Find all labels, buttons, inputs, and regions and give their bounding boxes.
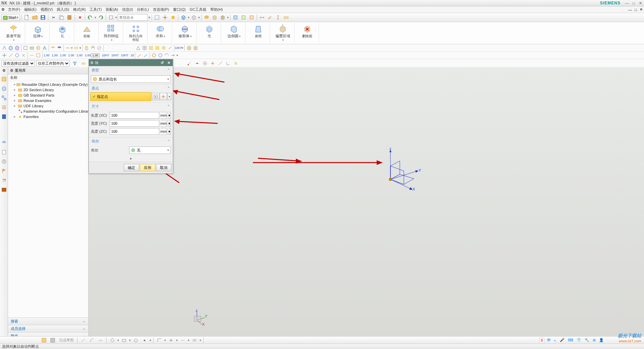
delete-icon[interactable]: ✕ — [76, 14, 84, 21]
cancel-button[interactable]: 取消 — [156, 164, 171, 171]
wireframe-icon[interactable] — [190, 14, 198, 21]
ime-lang-icon[interactable]: 中 — [547, 338, 551, 343]
height-input[interactable] — [110, 128, 159, 135]
collapse-icon[interactable]: ⌃ — [167, 139, 170, 143]
cylinder-icon[interactable] — [84, 45, 90, 51]
poly-icon[interactable] — [132, 337, 140, 344]
view-a-icon[interactable] — [22, 45, 29, 51]
cylinder2-icon[interactable] — [90, 45, 96, 51]
extent-icon[interactable] — [153, 14, 161, 21]
list-item[interactable]: +Reuse Examples — [9, 98, 87, 103]
undo-dropdown[interactable]: ▾ — [95, 16, 96, 19]
snap-perp-icon[interactable] — [224, 60, 232, 67]
command-search-input[interactable] — [118, 14, 148, 21]
collapse-icon[interactable]: ⌃ — [167, 68, 170, 72]
chevron-down-icon[interactable]: ▾ — [167, 77, 169, 81]
ime-user-icon[interactable]: 👤 — [599, 338, 604, 342]
axis-b-icon[interactable] — [8, 52, 14, 58]
ime-icon[interactable]: S — [539, 338, 544, 343]
menu-format[interactable]: 格式(R) — [71, 7, 88, 12]
layer-a-icon[interactable] — [50, 45, 56, 51]
menu-insert[interactable]: 插入(S) — [55, 7, 71, 12]
library-tree[interactable]: +Reusable Object Library (Example Only) … — [8, 81, 88, 317]
view-b-icon[interactable] — [29, 45, 35, 51]
list-item[interactable]: +Reusable Object Library (Example Only) — [9, 82, 87, 87]
draft-button[interactable]: 拔模 — [250, 23, 267, 39]
arc-icon[interactable] — [88, 337, 96, 344]
nav-book-icon[interactable] — [1, 114, 7, 120]
nav-flag-icon[interactable] — [1, 168, 7, 174]
fillet-icon[interactable] — [156, 337, 163, 344]
angle-a-icon[interactable] — [136, 52, 142, 58]
circ-b-icon[interactable] — [157, 52, 163, 58]
point-dropdown[interactable]: ▾ — [167, 93, 171, 100]
gear-icon[interactable]: ⚙ — [2, 68, 6, 73]
sum-button[interactable]: 求和▾ — [152, 23, 169, 39]
disable-icon[interactable] — [96, 45, 102, 51]
snap-mid-icon[interactable] — [194, 60, 201, 67]
line-icon[interactable] — [79, 337, 87, 344]
menu-view[interactable]: 视图(V) — [39, 7, 55, 12]
chevron-down-icon[interactable]: ▾ — [168, 120, 171, 127]
h7-icon[interactable]: 10H7 — [175, 45, 181, 51]
list-item[interactable]: +GB Standard Parts — [9, 93, 87, 98]
menu-help[interactable]: 帮助(H) — [208, 7, 225, 12]
shell-button[interactable]: 壳 — [201, 23, 218, 39]
chevron-down-icon[interactable]: ▾ — [167, 149, 169, 152]
menu-assembly[interactable]: 装配(A) — [104, 7, 120, 12]
collapse-icon[interactable]: ⌃ — [167, 86, 170, 91]
rect-icon[interactable] — [120, 337, 128, 344]
paste-icon[interactable] — [66, 14, 73, 21]
misc1-icon[interactable] — [232, 14, 239, 21]
selection-filter[interactable]: 没有选择过滤器 — [1, 60, 35, 67]
pattern-feature-button[interactable]: 阵列特征▾ — [103, 23, 120, 43]
layer-icon[interactable] — [203, 14, 210, 21]
highlight-icon[interactable] — [169, 14, 177, 21]
menu-analysis[interactable]: 分析(L) — [135, 7, 151, 12]
ime-mic-icon[interactable]: 🎤 — [560, 338, 565, 342]
menu-edit[interactable]: 编辑(E) — [22, 7, 39, 12]
nav-tree-icon[interactable] — [1, 76, 7, 82]
ime-skin-icon[interactable]: 👕 — [577, 338, 581, 342]
cut-icon[interactable]: ✂ — [50, 14, 57, 21]
close-button[interactable]: ✕ — [638, 1, 643, 5]
scope-filter[interactable]: 仅在工作部件内 — [36, 60, 70, 67]
snap-move-icon[interactable] — [161, 14, 169, 21]
menu-window[interactable]: 窗口(Q) — [171, 7, 188, 12]
copy-icon[interactable] — [58, 14, 65, 21]
dash-b-icon[interactable] — [35, 52, 41, 58]
spline-icon[interactable] — [97, 337, 104, 344]
rib-button[interactable]: 筋板 — [78, 23, 96, 39]
snap-end-icon[interactable] — [186, 60, 193, 67]
ime-keyboard-icon[interactable]: ⌨ — [568, 338, 573, 342]
panel-search-row[interactable]: 搜索⌄ — [8, 317, 88, 325]
width-input[interactable] — [110, 120, 159, 127]
tan-b-icon[interactable] — [192, 45, 198, 51]
specify-point-row[interactable]: ✓ 指定点 — [90, 92, 151, 101]
wcs-icon[interactable] — [1, 45, 7, 51]
list-item[interactable]: +UDF Library — [9, 103, 87, 109]
minimize-button[interactable]: — — [625, 1, 629, 5]
yellow-d-icon[interactable] — [167, 45, 173, 51]
circle-icon[interactable] — [109, 337, 116, 344]
yellow-c-icon[interactable] — [161, 45, 167, 51]
dim2-icon[interactable] — [266, 14, 274, 21]
new-icon[interactable] — [23, 14, 31, 21]
nav-assy-icon[interactable] — [1, 95, 7, 101]
dialog-reset-icon[interactable]: ↺ — [159, 60, 165, 65]
trim-button[interactable]: 修剪体▾ — [176, 23, 194, 39]
gear-icon[interactable]: ⚙ — [1, 7, 5, 12]
hole-button[interactable]: 孔 — [54, 23, 71, 39]
menu-file[interactable]: 文件(F) — [6, 7, 22, 12]
measure-b-icon[interactable] — [73, 45, 79, 51]
nav-doc-icon[interactable] — [1, 149, 7, 155]
axis-c-icon[interactable] — [14, 52, 20, 58]
save-icon[interactable] — [39, 14, 47, 21]
layer-b-icon[interactable] — [56, 45, 62, 51]
box-b-icon[interactable] — [14, 45, 20, 51]
gear-icon[interactable]: ⚙ — [10, 68, 13, 73]
chevron-down-icon[interactable]: ▾ — [168, 112, 171, 119]
tan-a-icon[interactable] — [186, 45, 192, 51]
length-input[interactable] — [110, 112, 159, 119]
snap-cross-icon[interactable] — [209, 60, 216, 67]
